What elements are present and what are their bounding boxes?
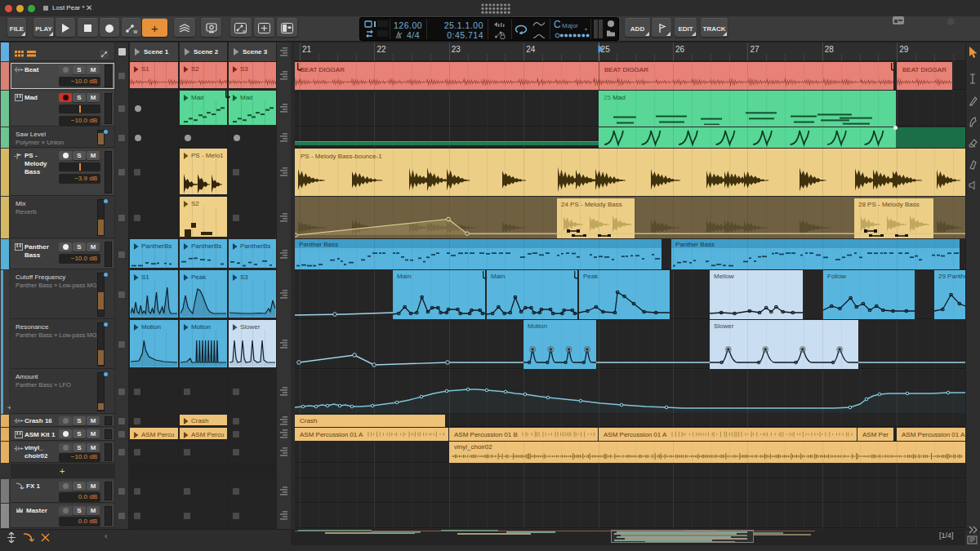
svg-text:w: w <box>133 29 138 34</box>
svg-text:w: w <box>242 29 247 33</box>
